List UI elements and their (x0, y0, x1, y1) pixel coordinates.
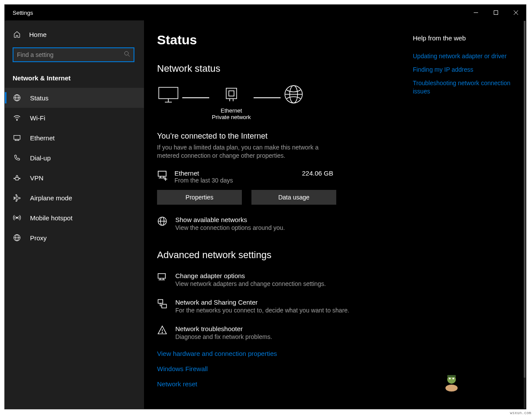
router-label: Ethernet (221, 107, 242, 114)
sidebar-item-label: VPN (30, 174, 43, 182)
help-heading: Help from the web (413, 34, 518, 42)
search-icon (124, 51, 130, 59)
svg-rect-44 (158, 299, 163, 303)
sidebar-item-airplane[interactable]: Airplane mode (5, 188, 144, 208)
svg-rect-10 (14, 136, 20, 139)
home-icon (13, 30, 21, 39)
vpn-icon (13, 173, 21, 182)
svg-rect-21 (159, 87, 178, 99)
watermark-icon (441, 372, 462, 393)
network-diagram: EthernetPrivate network (157, 84, 400, 124)
pc-icon (157, 86, 180, 105)
help-pane: Help from the web Updating network adapt… (413, 20, 526, 409)
scrollbar[interactable] (524, 21, 525, 408)
ethernet-icon (13, 133, 21, 142)
sidebar-item-label: Mobile hotspot (30, 214, 73, 222)
troubleshooter-item[interactable]: Network troubleshooter Diagnose and fix … (157, 325, 400, 340)
sidebar: Home Network & Internet Status (5, 20, 144, 409)
sharing-center-item[interactable]: Network and Sharing Center For the netwo… (157, 299, 400, 314)
sharing-title: Network and Sharing Center (175, 299, 349, 306)
close-button[interactable] (506, 5, 526, 20)
sidebar-item-dialup[interactable]: Dial-up (5, 148, 144, 168)
sidebar-item-label: Dial-up (30, 154, 51, 162)
minimize-button[interactable] (466, 5, 486, 20)
home-button[interactable]: Home (5, 25, 144, 44)
status-icon (13, 93, 21, 102)
usage-period: From the last 30 days (174, 177, 233, 184)
properties-button[interactable]: Properties (157, 190, 242, 205)
svg-rect-25 (229, 91, 234, 96)
sidebar-item-ethernet[interactable]: Ethernet (5, 128, 144, 148)
home-label: Home (29, 31, 47, 38)
search-box[interactable] (13, 47, 134, 62)
troubleshoot-sub: Diagnose and fix network problems. (175, 333, 272, 340)
network-status-heading: Network status (157, 63, 400, 74)
scrollbar-thumb[interactable] (524, 21, 525, 378)
sidebar-item-status[interactable]: Status (5, 88, 144, 108)
svg-line-5 (128, 55, 130, 56)
svg-point-9 (17, 120, 17, 121)
titlebar: Settings (5, 5, 526, 20)
help-link-ip[interactable]: Finding my IP address (413, 66, 518, 74)
svg-point-51 (445, 385, 458, 392)
hotspot-icon (13, 213, 21, 222)
svg-rect-24 (226, 88, 237, 99)
svg-rect-40 (158, 273, 165, 278)
svg-rect-1 (494, 11, 498, 15)
search-input[interactable] (17, 51, 124, 58)
connected-sub: If you have a limited data plan, you can… (157, 143, 322, 160)
page-title: Status (157, 33, 400, 47)
sidebar-category: Network & Internet (5, 66, 144, 88)
sidebar-item-label: Airplane mode (30, 194, 72, 202)
proxy-icon (13, 233, 21, 242)
troubleshoot-title: Network troubleshooter (175, 325, 272, 332)
svg-point-16 (19, 178, 20, 179)
sidebar-item-hotspot[interactable]: Mobile hotspot (5, 208, 144, 228)
wifi-icon (13, 113, 21, 122)
window-title: Settings (13, 10, 33, 16)
adapter-icon (157, 272, 167, 287)
sidebar-item-label: Status (30, 94, 49, 102)
show-networks-item[interactable]: Show available networks View the connect… (157, 216, 400, 231)
firewall-link[interactable]: Windows Firewall (157, 365, 400, 372)
show-networks-sub: View the connection options around you. (175, 224, 285, 231)
advanced-heading: Advanced network settings (157, 249, 400, 261)
usage-name: Ethernet (174, 169, 233, 177)
data-usage-button[interactable]: Data usage (251, 190, 336, 205)
adapter-sub: View network adapters and change connect… (175, 280, 326, 287)
adapter-options-item[interactable]: Change adapter options View network adap… (157, 272, 400, 287)
footer-text: wsxun.com (510, 411, 531, 415)
help-link-adapter[interactable]: Updating network adapter or driver (413, 52, 518, 60)
sidebar-item-label: Ethernet (30, 134, 55, 142)
sharing-sub: For the networks you connect to, decide … (175, 307, 349, 314)
usage-value: 224.06 GB (302, 169, 333, 177)
airplane-icon (13, 193, 21, 202)
globe-icon (283, 84, 304, 106)
globe-small-icon (157, 216, 167, 231)
svg-rect-54 (447, 375, 456, 377)
connected-title: You're connected to the Internet (157, 132, 400, 141)
router-icon (224, 86, 239, 105)
help-link-troubleshoot[interactable]: Troubleshooting network connection issue… (413, 79, 518, 96)
svg-point-53 (452, 378, 454, 379)
svg-point-17 (16, 217, 18, 219)
dialup-icon (13, 153, 21, 162)
maximize-button[interactable] (486, 5, 506, 20)
sidebar-item-label: Wi-Fi (30, 114, 45, 122)
svg-point-15 (14, 178, 15, 179)
ethernet-usage-icon (157, 169, 168, 184)
sidebar-item-proxy[interactable]: Proxy (5, 228, 144, 248)
warning-icon (157, 325, 167, 340)
main-content: Status Network status EthernetPrivate ne… (144, 20, 413, 409)
svg-point-49 (162, 332, 162, 332)
router-sub: Private network (212, 114, 251, 120)
hardware-link[interactable]: View hardware and connection properties (157, 350, 400, 357)
svg-point-52 (449, 378, 451, 379)
adapter-title: Change adapter options (175, 272, 326, 279)
sharing-icon (157, 299, 167, 314)
sidebar-item-wifi[interactable]: Wi-Fi (5, 108, 144, 128)
reset-link[interactable]: Network reset (157, 380, 400, 388)
svg-point-4 (124, 51, 128, 55)
svg-rect-31 (158, 171, 166, 176)
sidebar-item-vpn[interactable]: VPN (5, 168, 144, 188)
